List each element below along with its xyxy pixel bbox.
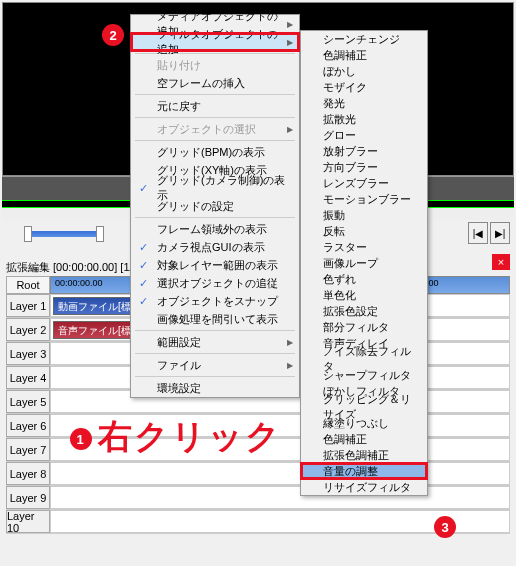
submenu-item[interactable]: 単色化 <box>301 287 427 303</box>
menu-item-label: 対象レイヤー範囲の表示 <box>157 258 278 273</box>
layer-track[interactable] <box>50 462 510 485</box>
playback-controls: |◀ ▶| <box>468 222 510 244</box>
layer-track[interactable] <box>50 486 510 509</box>
menu-item-label: 環境設定 <box>157 381 201 396</box>
submenu-item[interactable]: ラスター <box>301 239 427 255</box>
menu-item[interactable]: 画像処理を間引いて表示 <box>131 310 299 328</box>
menu-item-label: オブジェクトをスナップ <box>157 294 278 309</box>
submenu-item[interactable]: 画像ループ <box>301 255 427 271</box>
submenu-item[interactable]: 反転 <box>301 223 427 239</box>
menu-item-label: グリッド(BPM)の表示 <box>157 145 265 160</box>
root-button[interactable]: Root <box>6 276 50 294</box>
extension-label: 拡張編集 [00:00:00.00] [1/30] <box>6 260 148 275</box>
submenu-item[interactable]: 放射ブラー <box>301 143 427 159</box>
menu-item: オブジェクトの選択 <box>131 120 299 138</box>
prev-frame-button[interactable]: |◀ <box>468 222 488 244</box>
annotation-text: 1右クリック <box>70 414 282 460</box>
submenu-item[interactable]: 方向ブラー <box>301 159 427 175</box>
menu-item-label: カメラ視点GUIの表示 <box>157 240 265 255</box>
submenu-item[interactable]: レンズブラー <box>301 175 427 191</box>
submenu-item[interactable]: モザイク <box>301 79 427 95</box>
menu-item-label: 選択オブジェクトの追従 <box>157 276 278 291</box>
menu-item[interactable]: 対象レイヤー範囲の表示 <box>131 256 299 274</box>
layer-label[interactable]: Layer 7 <box>6 438 50 461</box>
layer-label[interactable]: Layer 2 <box>6 318 50 341</box>
menu-separator <box>135 353 295 354</box>
menu-separator <box>135 376 295 377</box>
annotation-badge-2: 2 <box>102 24 124 46</box>
submenu-item[interactable]: ぼかし <box>301 63 427 79</box>
menu-item-label: フィルタオブジェクトの追加 <box>157 27 287 57</box>
selection-bar[interactable] <box>24 226 104 242</box>
layer-row: Layer 9 <box>6 486 510 510</box>
menu-item[interactable]: 元に戻す <box>131 97 299 115</box>
submenu-item[interactable]: 色ずれ <box>301 271 427 287</box>
menu-item[interactable]: 範囲設定 <box>131 333 299 351</box>
menu-separator <box>135 94 295 95</box>
menu-item-label: 範囲設定 <box>157 335 201 350</box>
layer-label[interactable]: Layer 5 <box>6 390 50 413</box>
menu-item[interactable]: グリッド(BPM)の表示 <box>131 143 299 161</box>
layer-row: Layer 8 <box>6 462 510 486</box>
annotation-badge-3: 3 <box>434 516 456 538</box>
menu-item[interactable]: グリッド(カメラ制御)の表示 <box>131 179 299 197</box>
submenu-item[interactable]: 色調補正 <box>301 431 427 447</box>
menu-item-label: 貼り付け <box>157 58 201 73</box>
menu-item-label: 空フレームの挿入 <box>157 76 245 91</box>
filter-submenu: シーンチェンジ色調補正ぼかしモザイク発光拡散光グロー放射ブラー方向ブラーレンズブ… <box>300 30 428 496</box>
menu-separator <box>135 330 295 331</box>
menu-item[interactable]: ファイル <box>131 356 299 374</box>
submenu-item[interactable]: クリッピング＆リサイズ <box>301 399 427 415</box>
layer-label[interactable]: Layer 4 <box>6 366 50 389</box>
menu-item: 貼り付け <box>131 56 299 74</box>
menu-item[interactable]: オブジェクトをスナップ <box>131 292 299 310</box>
layer-label[interactable]: Layer 3 <box>6 342 50 365</box>
layer-label[interactable]: Layer 8 <box>6 462 50 485</box>
submenu-item[interactable]: リサイズフィルタ <box>301 479 427 495</box>
submenu-item[interactable]: 色調補正 <box>301 47 427 63</box>
submenu-item[interactable]: モーションブラー <box>301 191 427 207</box>
submenu-item[interactable]: 拡張色設定 <box>301 303 427 319</box>
menu-item[interactable]: フィルタオブジェクトの追加 <box>131 33 299 51</box>
menu-separator <box>135 140 295 141</box>
submenu-item[interactable]: グロー <box>301 127 427 143</box>
layer-label[interactable]: Layer 10 <box>6 510 50 533</box>
submenu-item[interactable]: 振動 <box>301 207 427 223</box>
next-frame-button[interactable]: ▶| <box>490 222 510 244</box>
ruler-tick: 00:00:00.00 <box>55 278 103 288</box>
layer-label[interactable]: Layer 9 <box>6 486 50 509</box>
submenu-item[interactable]: 部分フィルタ <box>301 319 427 335</box>
menu-item[interactable]: 選択オブジェクトの追従 <box>131 274 299 292</box>
menu-item-label: 元に戻す <box>157 99 201 114</box>
menu-item-label: フレーム領域外の表示 <box>157 222 267 237</box>
submenu-item[interactable]: シャープフィルタ <box>301 367 427 383</box>
menu-item-label: 画像処理を間引いて表示 <box>157 312 278 327</box>
annotation-badge-1: 1 <box>70 428 92 450</box>
submenu-item[interactable]: 拡張色調補正 <box>301 447 427 463</box>
close-button[interactable]: × <box>492 254 510 270</box>
menu-item[interactable]: 環境設定 <box>131 379 299 397</box>
layer-label[interactable]: Layer 6 <box>6 414 50 437</box>
submenu-item[interactable]: 音量の調整 <box>301 463 427 479</box>
menu-item-label: ファイル <box>157 358 201 373</box>
menu-item[interactable]: 空フレームの挿入 <box>131 74 299 92</box>
menu-item[interactable]: グリッドの設定 <box>131 197 299 215</box>
submenu-item[interactable]: 発光 <box>301 95 427 111</box>
menu-item-label: グリッドの設定 <box>157 199 234 214</box>
menu-separator <box>135 217 295 218</box>
menu-separator <box>135 117 295 118</box>
menu-item[interactable]: フレーム領域外の表示 <box>131 220 299 238</box>
layer-label[interactable]: Layer 1 <box>6 294 50 317</box>
submenu-item[interactable]: 拡散光 <box>301 111 427 127</box>
menu-item[interactable]: カメラ視点GUIの表示 <box>131 238 299 256</box>
annotation-big-label: 右クリック <box>98 417 282 455</box>
context-menu: メディアオブジェクトの追加フィルタオブジェクトの追加貼り付け空フレームの挿入元に… <box>130 14 300 398</box>
menu-item-label: オブジェクトの選択 <box>157 122 256 137</box>
submenu-item[interactable]: ノイズ除去フィルタ <box>301 351 427 367</box>
submenu-item[interactable]: シーンチェンジ <box>301 31 427 47</box>
